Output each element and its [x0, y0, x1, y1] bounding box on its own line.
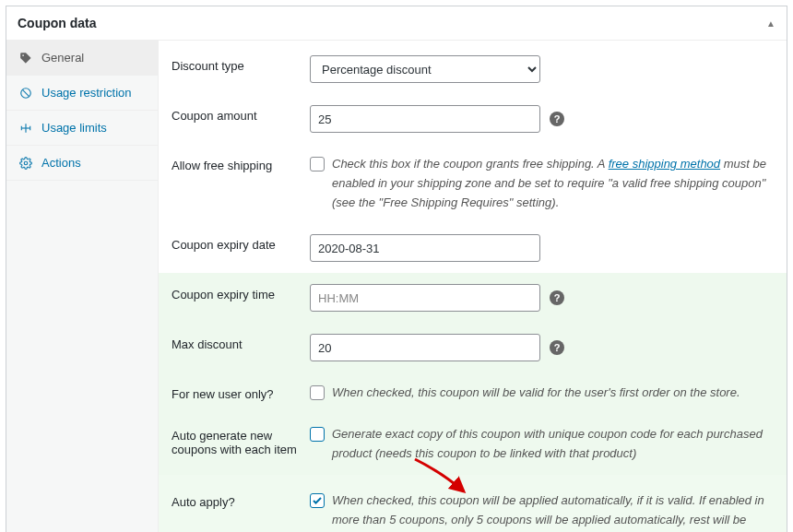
row-auto-generate: Auto generate new coupons with each item…: [159, 414, 787, 475]
label-expiry-date: Coupon expiry date: [172, 234, 310, 252]
tab-label: Usage limits: [41, 121, 107, 135]
new-user-desc: When checked, this coupon will be valid …: [332, 384, 740, 403]
svg-line-1: [22, 89, 30, 97]
row-free-shipping: Allow free shipping Check this box if th…: [159, 144, 787, 223]
label-free-shipping: Allow free shipping: [172, 155, 310, 172]
row-expiry-date: Coupon expiry date: [159, 223, 787, 273]
gear-icon: [18, 157, 34, 170]
help-icon[interactable]: ?: [550, 290, 564, 305]
free-shipping-checkbox[interactable]: [310, 157, 325, 171]
panel-header: Coupon data ▲: [6, 6, 787, 41]
max-discount-input[interactable]: [310, 334, 540, 361]
label-auto-generate: Auto generate new coupons with each item: [172, 425, 310, 456]
free-shipping-link[interactable]: free shipping method: [609, 157, 720, 171]
label-coupon-amount: Coupon amount: [172, 105, 310, 123]
expiry-date-input[interactable]: [310, 234, 540, 262]
row-expiry-time: Coupon expiry time ?: [159, 273, 787, 323]
expiry-time-input[interactable]: [310, 284, 540, 312]
tab-general[interactable]: General: [6, 41, 158, 76]
discount-type-select[interactable]: Percentage discount: [310, 55, 540, 83]
help-icon[interactable]: ?: [550, 112, 564, 126]
coupon-data-panel: Coupon data ▲ General Usage restriction: [6, 6, 787, 532]
panel-title: Coupon data: [18, 16, 97, 30]
coupon-amount-input[interactable]: [310, 105, 540, 133]
collapse-toggle[interactable]: ▲: [766, 18, 775, 29]
svg-point-6: [24, 161, 28, 165]
label-discount-type: Discount type: [172, 55, 310, 73]
label-expiry-time: Coupon expiry time: [172, 284, 310, 301]
tab-label: Usage restriction: [41, 86, 132, 100]
auto-generate-desc: Generate exact copy of this coupon with …: [332, 425, 774, 464]
tab-usage-restriction[interactable]: Usage restriction: [6, 76, 158, 111]
auto-apply-desc: When checked, this coupon will be applie…: [332, 491, 774, 532]
tag-icon: [18, 52, 34, 65]
tab-label: Actions: [41, 156, 81, 170]
panel-body: General Usage restriction Usage limits A…: [6, 41, 787, 532]
free-shipping-desc: Check this box if the coupon grants free…: [332, 155, 774, 212]
auto-apply-checkbox[interactable]: [310, 493, 325, 508]
row-coupon-amount: Coupon amount ?: [159, 94, 787, 144]
limits-icon: [18, 122, 34, 135]
tab-usage-limits[interactable]: Usage limits: [6, 111, 158, 146]
tab-label: General: [41, 51, 84, 65]
new-user-checkbox[interactable]: [310, 385, 325, 400]
auto-generate-checkbox[interactable]: [310, 427, 325, 442]
ban-icon: [18, 87, 34, 100]
label-max-discount: Max discount: [172, 334, 310, 351]
label-new-user: For new user only?: [172, 384, 310, 401]
row-max-discount: Max discount ?: [159, 323, 787, 372]
row-discount-type: Discount type Percentage discount: [159, 44, 787, 94]
label-auto-apply: Auto apply?: [172, 491, 310, 509]
row-new-user: For new user only? When checked, this co…: [159, 372, 787, 414]
tabs-sidebar: General Usage restriction Usage limits A…: [6, 41, 159, 532]
tab-actions[interactable]: Actions: [6, 146, 158, 181]
tab-content: Discount type Percentage discount Coupon…: [159, 41, 787, 532]
row-auto-apply: Auto apply? When checked, this coupon wi…: [159, 475, 787, 532]
help-icon[interactable]: ?: [550, 340, 564, 355]
